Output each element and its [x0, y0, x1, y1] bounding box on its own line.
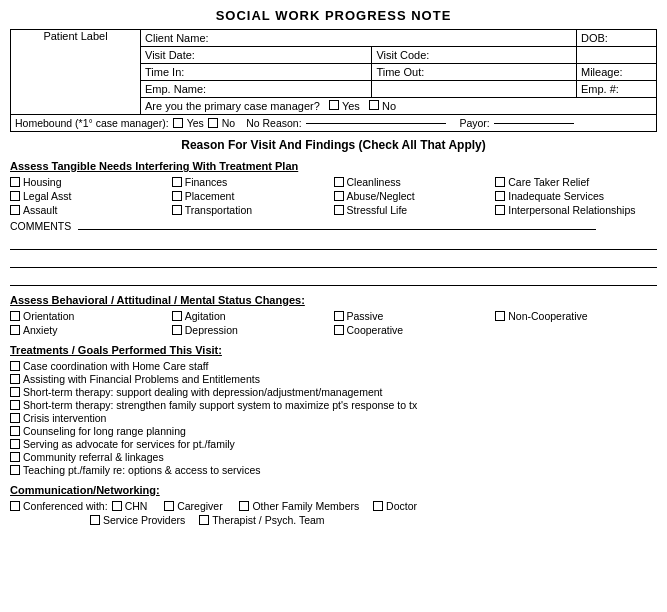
placement-item: Placement: [172, 190, 334, 202]
abuse-neglect-item: Abuse/Neglect: [334, 190, 496, 202]
care-taker-relief-checkbox[interactable]: [495, 177, 505, 187]
anxiety-item: Anxiety: [10, 324, 172, 336]
page-title: SOCIAL WORK PROGRESS NOTE: [10, 8, 657, 23]
dob-field: DOB:: [577, 30, 657, 47]
treatment-item-4: Short-term therapy: strengthen family su…: [10, 399, 657, 411]
emp-num-value: Emp. #:: [577, 81, 657, 98]
orientation-item: Orientation: [10, 310, 172, 322]
assault-checkbox[interactable]: [10, 205, 20, 215]
visit-code-field: Visit Code:: [372, 47, 577, 64]
chn-item: CHN: [112, 500, 148, 512]
therapist-item: Therapist / Psych. Team: [199, 514, 324, 526]
other-family-checkbox[interactable]: [239, 501, 249, 511]
doctor-checkbox[interactable]: [373, 501, 383, 511]
treatment-item-7: Serving as advocate for services for pt.…: [10, 438, 657, 450]
interpersonal-relationships-item: Interpersonal Relationships: [495, 204, 657, 216]
chn-checkbox[interactable]: [112, 501, 122, 511]
reason-title: Reason For Visit And Findings (Check All…: [10, 138, 657, 152]
non-cooperative-checkbox[interactable]: [495, 311, 505, 321]
cleanliness-checkbox[interactable]: [334, 177, 344, 187]
treatment-7-checkbox[interactable]: [10, 439, 20, 449]
agitation-checkbox[interactable]: [172, 311, 182, 321]
treatment-6-checkbox[interactable]: [10, 426, 20, 436]
stressful-life-checkbox[interactable]: [334, 205, 344, 215]
cooperative-item: Cooperative: [334, 324, 496, 336]
service-providers-checkbox[interactable]: [90, 515, 100, 525]
treatment-item-8: Community referral & linkages: [10, 451, 657, 463]
visit-date-field: Visit Date:: [141, 47, 372, 64]
doctor-item: Doctor: [373, 500, 417, 512]
anxiety-checkbox[interactable]: [10, 325, 20, 335]
legal-asst-checkbox[interactable]: [10, 191, 20, 201]
housing-item: Housing: [10, 176, 172, 188]
inadequate-services-item: Inadequate Services: [495, 190, 657, 202]
stressful-life-item: Stressful Life: [334, 204, 496, 216]
service-providers-item: Service Providers: [90, 514, 185, 526]
client-name-field: Client Name:: [141, 30, 577, 47]
yes-checkbox[interactable]: [329, 100, 339, 110]
treatment-item-3: Short-term therapy: support dealing with…: [10, 386, 657, 398]
depression-item: Depression: [172, 324, 334, 336]
caregiver-checkbox[interactable]: [164, 501, 174, 511]
placement-checkbox[interactable]: [172, 191, 182, 201]
comment-blank-lines: [10, 236, 657, 286]
visit-code-value: [577, 47, 657, 64]
treatment-item-9: Teaching pt./family re: options & access…: [10, 464, 657, 476]
emp-num-field: [372, 81, 577, 98]
communication-title: Communication/Networking:: [10, 484, 657, 496]
transportation-item: Transportation: [172, 204, 334, 216]
no-checkbox[interactable]: [369, 100, 379, 110]
behavioral-row2: Anxiety Depression Cooperative: [10, 324, 657, 336]
conferred-with-label: Conferenced with:: [10, 500, 108, 512]
inadequate-services-checkbox[interactable]: [495, 191, 505, 201]
other-family-item: Other Family Members: [239, 500, 359, 512]
legal-asst-item: Legal Asst: [10, 190, 172, 202]
treatments-title: Treatments / Goals Performed This Visit:: [10, 344, 657, 356]
time-in-field: Time In:: [141, 64, 372, 81]
header-table: Patient Label Client Name: DOB: Visit Da…: [10, 29, 657, 115]
interpersonal-relationships-checkbox[interactable]: [495, 205, 505, 215]
depression-checkbox[interactable]: [172, 325, 182, 335]
care-taker-relief-item: Care Taker Relief: [495, 176, 657, 188]
cooperative-checkbox[interactable]: [334, 325, 344, 335]
therapist-checkbox[interactable]: [199, 515, 209, 525]
housing-checkbox[interactable]: [10, 177, 20, 187]
homebound-yes-checkbox[interactable]: [173, 118, 183, 128]
finances-item: Finances: [172, 176, 334, 188]
homebound-no-checkbox[interactable]: [208, 118, 218, 128]
orientation-checkbox[interactable]: [10, 311, 20, 321]
non-cooperative-item: Non-Cooperative: [495, 310, 657, 322]
empty-item: [495, 324, 657, 336]
agitation-item: Agitation: [172, 310, 334, 322]
communication-row1: Conferenced with: CHN Caregiver Other Fa…: [10, 500, 657, 512]
treatment-item-2: Assisting with Financial Problems and En…: [10, 373, 657, 385]
treatment-item-5: Crisis intervention: [10, 412, 657, 424]
treatment-3-checkbox[interactable]: [10, 387, 20, 397]
assess-behavioral-title: Assess Behavioral / Attitudinal / Mental…: [10, 294, 657, 306]
behavioral-row1: Orientation Agitation Passive Non-Cooper…: [10, 310, 657, 322]
finances-checkbox[interactable]: [172, 177, 182, 187]
primary-case-field: Are you the primary case manager? Yes No: [141, 98, 657, 115]
treatment-8-checkbox[interactable]: [10, 452, 20, 462]
treatment-item-6: Counseling for long range planning: [10, 425, 657, 437]
conferred-checkbox[interactable]: [10, 501, 20, 511]
treatment-item-1: Case coordination with Home Care staff: [10, 360, 657, 372]
abuse-neglect-checkbox[interactable]: [334, 191, 344, 201]
transportation-checkbox[interactable]: [172, 205, 182, 215]
passive-checkbox[interactable]: [334, 311, 344, 321]
homebound-row: Homebound (*1° case manager): Yes No No …: [10, 115, 657, 132]
treatment-1-checkbox[interactable]: [10, 361, 20, 371]
treatment-2-checkbox[interactable]: [10, 374, 20, 384]
assess-tangible-title: Assess Tangible Needs Interfering With T…: [10, 160, 657, 172]
treatment-4-checkbox[interactable]: [10, 400, 20, 410]
mileage-field: Mileage:: [577, 64, 657, 81]
treatment-9-checkbox[interactable]: [10, 465, 20, 475]
treatment-5-checkbox[interactable]: [10, 413, 20, 423]
caregiver-item: Caregiver: [164, 500, 223, 512]
passive-item: Passive: [334, 310, 496, 322]
time-out-field: Time Out:: [372, 64, 577, 81]
communication-row2: Service Providers Therapist / Psych. Tea…: [10, 514, 657, 526]
emp-name-field: Emp. Name:: [141, 81, 372, 98]
tangible-needs-grid: Housing Finances Cleanliness Care Taker …: [10, 176, 657, 216]
treatments-list: Case coordination with Home Care staff A…: [10, 360, 657, 476]
